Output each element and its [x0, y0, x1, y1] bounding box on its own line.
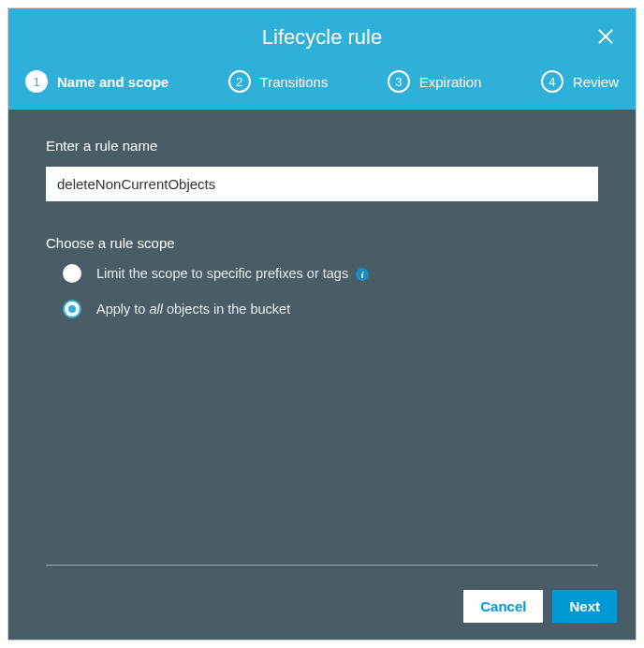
modal-header: Lifecycle rule 1 Name and scope 2 Transi… [8, 8, 636, 110]
step-review[interactable]: 4 Review [541, 70, 619, 93]
step-label: Transitions [260, 74, 329, 90]
radio-label: Limit the scope to specific prefixes or … [96, 266, 369, 282]
scope-label: Choose a rule scope [46, 235, 598, 251]
step-number: 1 [25, 70, 48, 93]
radio-label-text-em: all [149, 302, 163, 317]
radio-label-text-pre: Apply to [96, 302, 149, 317]
next-button[interactable]: Next [552, 590, 617, 623]
modal-content: Enter a rule name Choose a rule scope Li… [8, 110, 636, 575]
close-button[interactable] [594, 25, 617, 48]
step-label: Expiration [419, 74, 482, 90]
wizard-steps: 1 Name and scope 2 Transitions 3 Expirat… [8, 63, 636, 110]
radio-label-text: Limit the scope to specific prefixes or … [96, 266, 348, 281]
lifecycle-rule-modal: Lifecycle rule 1 Name and scope 2 Transi… [7, 7, 637, 641]
step-number: 4 [541, 70, 564, 93]
rule-name-label: Enter a rule name [46, 138, 598, 154]
divider [46, 565, 598, 566]
cancel-button[interactable]: Cancel [463, 590, 543, 623]
radio-label: Apply to all objects in the bucket [96, 302, 290, 317]
close-icon [596, 27, 615, 46]
scope-option-all[interactable]: Apply to all objects in the bucket [63, 300, 598, 318]
radio-icon [63, 264, 81, 283]
step-label: Name and scope [57, 74, 168, 90]
scope-radio-group: Limit the scope to specific prefixes or … [46, 264, 598, 318]
step-number: 2 [228, 70, 251, 93]
step-number: 3 [388, 70, 410, 93]
modal-title: Lifecycle rule [8, 8, 636, 63]
step-name-and-scope[interactable]: 1 Name and scope [25, 70, 168, 93]
radio-label-text-post: objects in the bucket [163, 302, 290, 317]
step-expiration[interactable]: 3 Expiration [388, 70, 482, 93]
scope-section: Choose a rule scope Limit the scope to s… [46, 235, 598, 335]
radio-icon [63, 300, 81, 318]
step-transitions[interactable]: 2 Transitions [228, 70, 329, 93]
step-label: Review [573, 74, 619, 90]
rule-name-input[interactable] [46, 167, 598, 201]
info-icon[interactable]: i [356, 268, 369, 281]
scope-option-limit[interactable]: Limit the scope to specific prefixes or … [63, 264, 598, 283]
modal-footer: Cancel Next [8, 575, 636, 640]
